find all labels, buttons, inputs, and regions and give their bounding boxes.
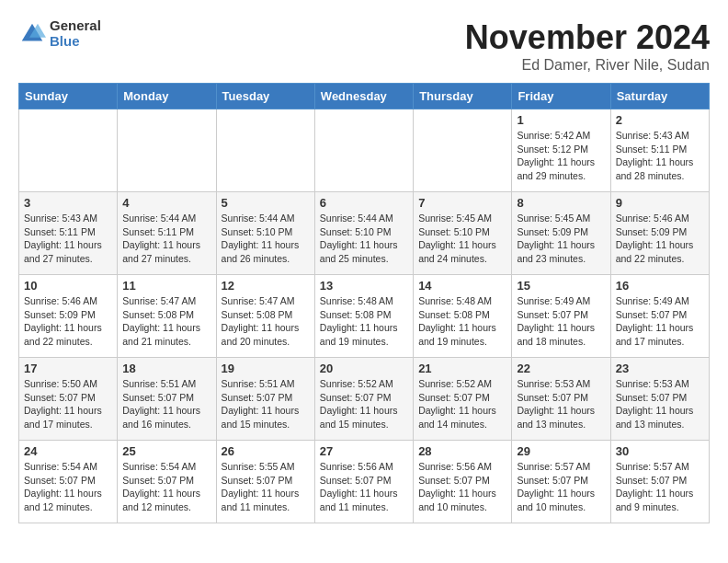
- day-number: 21: [418, 362, 506, 375]
- day-info: Sunrise: 5:49 AM Sunset: 5:07 PM Dayligh…: [616, 294, 704, 349]
- day-info: Sunrise: 5:45 AM Sunset: 5:10 PM Dayligh…: [418, 212, 506, 266]
- calendar-day-cell: 28Sunrise: 5:56 AM Sunset: 5:07 PM Dayli…: [414, 441, 512, 523]
- calendar-day-cell: 23Sunrise: 5:53 AM Sunset: 5:07 PM Dayli…: [610, 358, 709, 441]
- day-info: Sunrise: 5:45 AM Sunset: 5:09 PM Dayligh…: [517, 212, 605, 266]
- calendar-day-cell: 8Sunrise: 5:45 AM Sunset: 5:09 PM Daylig…: [512, 192, 610, 275]
- month-title: November 2024: [465, 18, 710, 57]
- day-number: 24: [24, 444, 112, 458]
- weekday-header-cell: Thursday: [414, 84, 512, 109]
- day-info: Sunrise: 5:57 AM Sunset: 5:07 PM Dayligh…: [616, 460, 704, 514]
- day-number: 25: [122, 444, 210, 458]
- day-info: Sunrise: 5:54 AM Sunset: 5:07 PM Dayligh…: [24, 460, 112, 514]
- weekday-header-row: SundayMondayTuesdayWednesdayThursdayFrid…: [19, 84, 710, 109]
- day-info: Sunrise: 5:51 AM Sunset: 5:07 PM Dayligh…: [222, 377, 310, 431]
- day-number: 18: [122, 362, 210, 375]
- title-area: November 2024 Ed Damer, River Nile, Suda…: [465, 18, 710, 74]
- calendar-day-cell: 30Sunrise: 5:57 AM Sunset: 5:07 PM Dayli…: [610, 441, 709, 523]
- calendar-day-cell: 16Sunrise: 5:49 AM Sunset: 5:07 PM Dayli…: [610, 275, 709, 358]
- weekday-header-cell: Monday: [118, 84, 216, 109]
- day-info: Sunrise: 5:52 AM Sunset: 5:07 PM Dayligh…: [418, 377, 506, 431]
- day-info: Sunrise: 5:43 AM Sunset: 5:11 PM Dayligh…: [616, 129, 704, 183]
- header: General Blue November 2024 Ed Damer, Riv…: [18, 18, 710, 74]
- calendar-table: SundayMondayTuesdayWednesdayThursdayFrid…: [18, 83, 710, 523]
- day-info: Sunrise: 5:46 AM Sunset: 5:09 PM Dayligh…: [24, 294, 112, 349]
- calendar-day-cell: 10Sunrise: 5:46 AM Sunset: 5:09 PM Dayli…: [19, 275, 118, 358]
- weekday-header-cell: Friday: [512, 84, 610, 109]
- day-number: 17: [24, 362, 112, 375]
- day-info: Sunrise: 5:48 AM Sunset: 5:08 PM Dayligh…: [320, 294, 408, 349]
- calendar-day-cell: 21Sunrise: 5:52 AM Sunset: 5:07 PM Dayli…: [414, 358, 512, 441]
- calendar-week-row: 3Sunrise: 5:43 AM Sunset: 5:11 PM Daylig…: [19, 192, 710, 275]
- day-info: Sunrise: 5:57 AM Sunset: 5:07 PM Dayligh…: [517, 460, 605, 514]
- calendar-day-cell: [19, 109, 118, 192]
- calendar-day-cell: 27Sunrise: 5:56 AM Sunset: 5:07 PM Dayli…: [314, 441, 413, 523]
- calendar-day-cell: 19Sunrise: 5:51 AM Sunset: 5:07 PM Dayli…: [216, 358, 314, 441]
- day-number: 2: [616, 113, 704, 127]
- calendar-day-cell: 26Sunrise: 5:55 AM Sunset: 5:07 PM Dayli…: [216, 441, 314, 523]
- day-info: Sunrise: 5:43 AM Sunset: 5:11 PM Dayligh…: [24, 212, 112, 266]
- day-number: 7: [418, 196, 506, 210]
- calendar-day-cell: [314, 109, 413, 192]
- day-number: 13: [320, 279, 408, 293]
- calendar-day-cell: 5Sunrise: 5:44 AM Sunset: 5:10 PM Daylig…: [216, 192, 314, 275]
- calendar-day-cell: [118, 109, 216, 192]
- calendar-day-cell: 13Sunrise: 5:48 AM Sunset: 5:08 PM Dayli…: [314, 275, 413, 358]
- calendar-day-cell: 3Sunrise: 5:43 AM Sunset: 5:11 PM Daylig…: [19, 192, 118, 275]
- day-number: 12: [222, 279, 310, 293]
- day-number: 6: [320, 196, 408, 210]
- day-number: 10: [24, 279, 112, 293]
- calendar-day-cell: 18Sunrise: 5:51 AM Sunset: 5:07 PM Dayli…: [118, 358, 216, 441]
- calendar-day-cell: 22Sunrise: 5:53 AM Sunset: 5:07 PM Dayli…: [512, 358, 610, 441]
- logo: General Blue: [18, 18, 101, 49]
- day-info: Sunrise: 5:44 AM Sunset: 5:10 PM Dayligh…: [320, 212, 408, 266]
- calendar-day-cell: 1Sunrise: 5:42 AM Sunset: 5:12 PM Daylig…: [512, 109, 610, 192]
- calendar-day-cell: [414, 109, 512, 192]
- day-number: 16: [616, 279, 704, 293]
- calendar-day-cell: 14Sunrise: 5:48 AM Sunset: 5:08 PM Dayli…: [414, 275, 512, 358]
- day-info: Sunrise: 5:50 AM Sunset: 5:07 PM Dayligh…: [24, 377, 112, 431]
- calendar-day-cell: 7Sunrise: 5:45 AM Sunset: 5:10 PM Daylig…: [414, 192, 512, 275]
- day-number: 28: [418, 444, 506, 458]
- calendar-day-cell: 15Sunrise: 5:49 AM Sunset: 5:07 PM Dayli…: [512, 275, 610, 358]
- weekday-header-cell: Saturday: [610, 84, 709, 109]
- day-number: 3: [24, 196, 112, 210]
- calendar-day-cell: 11Sunrise: 5:47 AM Sunset: 5:08 PM Dayli…: [118, 275, 216, 358]
- day-number: 23: [616, 362, 704, 375]
- calendar-day-cell: 6Sunrise: 5:44 AM Sunset: 5:10 PM Daylig…: [314, 192, 413, 275]
- calendar-day-cell: 4Sunrise: 5:44 AM Sunset: 5:11 PM Daylig…: [118, 192, 216, 275]
- calendar-day-cell: 25Sunrise: 5:54 AM Sunset: 5:07 PM Dayli…: [118, 441, 216, 523]
- calendar-week-row: 17Sunrise: 5:50 AM Sunset: 5:07 PM Dayli…: [19, 358, 710, 441]
- day-number: 4: [122, 196, 210, 210]
- calendar-day-cell: [216, 109, 314, 192]
- calendar-week-row: 1Sunrise: 5:42 AM Sunset: 5:12 PM Daylig…: [19, 109, 710, 192]
- day-info: Sunrise: 5:44 AM Sunset: 5:11 PM Dayligh…: [122, 212, 210, 266]
- day-info: Sunrise: 5:48 AM Sunset: 5:08 PM Dayligh…: [418, 294, 506, 349]
- day-info: Sunrise: 5:54 AM Sunset: 5:07 PM Dayligh…: [122, 460, 210, 514]
- day-number: 9: [616, 196, 704, 210]
- weekday-header-cell: Wednesday: [314, 84, 413, 109]
- day-number: 8: [517, 196, 605, 210]
- day-number: 5: [222, 196, 310, 210]
- day-info: Sunrise: 5:56 AM Sunset: 5:07 PM Dayligh…: [418, 460, 506, 514]
- day-number: 15: [517, 279, 605, 293]
- weekday-header-cell: Sunday: [19, 84, 118, 109]
- day-info: Sunrise: 5:44 AM Sunset: 5:10 PM Dayligh…: [222, 212, 310, 266]
- weekday-header-cell: Tuesday: [216, 84, 314, 109]
- day-info: Sunrise: 5:51 AM Sunset: 5:07 PM Dayligh…: [122, 377, 210, 431]
- logo-general-text: General: [50, 18, 101, 34]
- day-info: Sunrise: 5:46 AM Sunset: 5:09 PM Dayligh…: [616, 212, 704, 266]
- day-number: 20: [320, 362, 408, 375]
- day-number: 26: [222, 444, 310, 458]
- day-number: 11: [122, 279, 210, 293]
- logo-blue-text: Blue: [50, 34, 101, 50]
- calendar-day-cell: 2Sunrise: 5:43 AM Sunset: 5:11 PM Daylig…: [610, 109, 709, 192]
- day-info: Sunrise: 5:47 AM Sunset: 5:08 PM Dayligh…: [222, 294, 310, 349]
- day-info: Sunrise: 5:42 AM Sunset: 5:12 PM Dayligh…: [517, 129, 605, 183]
- calendar-body: 1Sunrise: 5:42 AM Sunset: 5:12 PM Daylig…: [19, 109, 710, 523]
- day-info: Sunrise: 5:55 AM Sunset: 5:07 PM Dayligh…: [222, 460, 310, 514]
- calendar-day-cell: 24Sunrise: 5:54 AM Sunset: 5:07 PM Dayli…: [19, 441, 118, 523]
- day-number: 19: [222, 362, 310, 375]
- calendar-week-row: 10Sunrise: 5:46 AM Sunset: 5:09 PM Dayli…: [19, 275, 710, 358]
- calendar-week-row: 24Sunrise: 5:54 AM Sunset: 5:07 PM Dayli…: [19, 441, 710, 523]
- day-info: Sunrise: 5:56 AM Sunset: 5:07 PM Dayligh…: [320, 460, 408, 514]
